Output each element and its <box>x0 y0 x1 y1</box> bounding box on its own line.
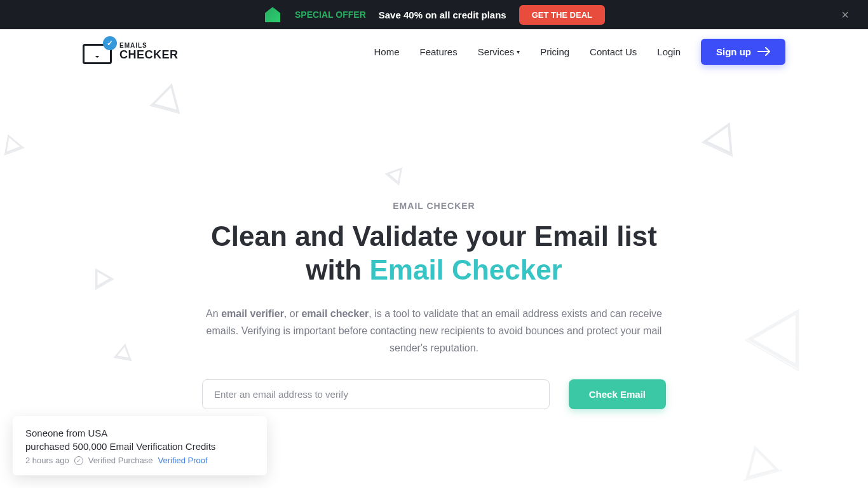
nav-services-label: Services <box>478 46 515 57</box>
signup-button[interactable]: Sign up <box>701 39 785 65</box>
logo-text: EMAILS CHECKER <box>119 43 179 60</box>
notification-time: 2 hours ago <box>25 456 69 465</box>
logo[interactable]: ✓ EMAILS CHECKER <box>83 39 179 64</box>
hero-title-line1: Clean and Validate your Email list <box>211 220 657 252</box>
desc-part: , or <box>284 308 302 319</box>
decorative-triangle <box>735 440 783 482</box>
save-text: Save 40% on all credit plans <box>379 10 506 20</box>
notification-line1: Soneone from USA <box>25 426 254 440</box>
hero-description: An email verifier, or email checker, is … <box>205 305 663 357</box>
email-form: Check Email <box>202 379 666 409</box>
hero-title-line2-prefix: with <box>306 254 369 285</box>
signup-label: Sign up <box>716 46 751 57</box>
nav-login[interactable]: Login <box>657 46 681 57</box>
close-banner-icon[interactable]: × <box>841 8 849 22</box>
verified-purchase-label: Verified Purchase <box>88 456 153 465</box>
hero-section: EMAIL CHECKER Clean and Validate your Em… <box>0 74 868 409</box>
nav-contact[interactable]: Contact Us <box>590 46 637 57</box>
promo-banner: SPECIAL OFFER Save 40% on all credit pla… <box>0 0 868 29</box>
nav-features[interactable]: Features <box>420 46 458 57</box>
desc-bold: email verifier <box>221 308 284 319</box>
banner-content: SPECIAL OFFER Save 40% on all credit pla… <box>263 5 605 25</box>
verified-proof-link[interactable]: Verified Proof <box>158 456 208 465</box>
nav-pricing[interactable]: Pricing <box>540 46 569 57</box>
verified-check-icon: ✓ <box>74 456 83 465</box>
offer-house-icon <box>263 5 282 24</box>
hero-title-accent: Email Checker <box>369 254 562 285</box>
nav-home[interactable]: Home <box>374 46 399 57</box>
svg-marker-7 <box>740 444 776 478</box>
check-email-button[interactable]: Check Email <box>569 379 666 409</box>
chevron-down-icon: ▾ <box>517 48 520 55</box>
notification-meta: 2 hours ago ✓ Verified Purchase Verified… <box>25 456 254 465</box>
email-input[interactable] <box>202 379 550 409</box>
logo-text-bottom: CHECKER <box>119 49 179 60</box>
logo-icon: ✓ <box>83 39 114 64</box>
main-nav: Home Features Services ▾ Pricing Contact… <box>374 39 785 65</box>
get-deal-button[interactable]: GET THE DEAL <box>519 5 605 25</box>
main-header: ✓ EMAILS CHECKER Home Features Services … <box>0 29 868 74</box>
notification-line2: purchased 500,000 Email Verification Cre… <box>25 440 254 453</box>
check-badge-icon: ✓ <box>103 36 117 50</box>
nav-services[interactable]: Services ▾ <box>478 46 520 57</box>
social-proof-notification[interactable]: Soneone from USA purchased 500,000 Email… <box>13 416 267 475</box>
hero-label: EMAIL CHECKER <box>83 201 785 211</box>
hero-title: Clean and Validate your Email list with … <box>83 220 785 287</box>
arrow-right-icon <box>757 47 770 56</box>
special-offer-label: SPECIAL OFFER <box>295 10 366 20</box>
desc-bold: email checker <box>301 308 369 319</box>
desc-part: An <box>206 308 221 319</box>
